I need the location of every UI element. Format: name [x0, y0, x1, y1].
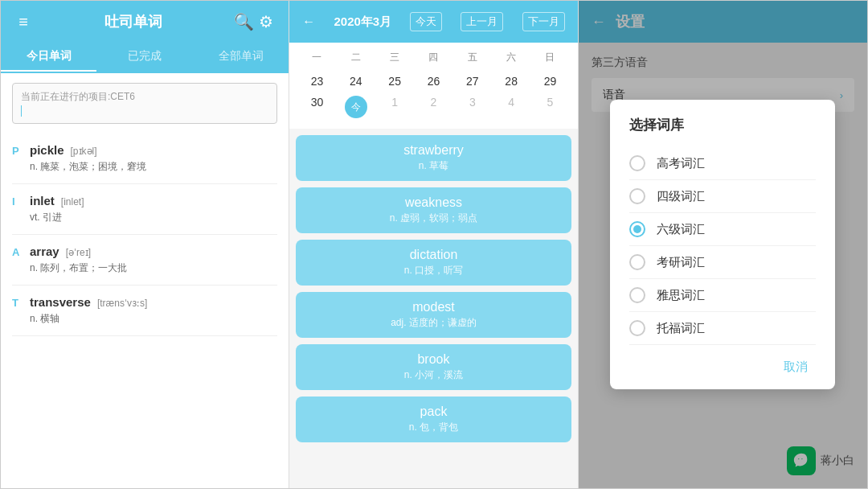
- cal-day-30[interactable]: 30: [297, 92, 336, 122]
- dialog-option-cet4[interactable]: 四级词汇: [629, 180, 816, 213]
- tab-bar: 今日单词 已完成 全部单词: [1, 43, 289, 73]
- today-circle[interactable]: 今: [345, 96, 367, 118]
- radio-toefl[interactable]: [629, 320, 645, 336]
- dialog-option-gaokao[interactable]: 高考词汇: [629, 147, 816, 180]
- prev-month-button[interactable]: 上一月: [461, 12, 503, 31]
- cal-day-3[interactable]: 3: [453, 92, 492, 122]
- calendar-month: 2020年3月: [334, 14, 391, 30]
- word-phonetic: [inlet]: [61, 196, 84, 208]
- panel-settings: ← 设置 第三方语音 语音 › 选择词库 高考词汇 四级词汇: [579, 1, 867, 488]
- word-card-cn: n. 口授，听写: [304, 264, 563, 277]
- word-def: n. 陈列，布置；一大批: [12, 261, 277, 275]
- panel-calendar: ← 2020年3月 今天 上一月 下一月 一 二 三 四 五 六 日 23 24…: [289, 1, 578, 488]
- dialog-label-cet4: 四级词汇: [657, 189, 705, 204]
- tab-today-words[interactable]: 今日单词: [1, 43, 96, 72]
- calendar-row2: 30 今 1 2 3 4 5: [297, 92, 569, 122]
- dialog-overlay[interactable]: 选择词库 高考词汇 四级词汇 六级词汇 考研词汇: [579, 1, 867, 488]
- word-card-cn: n. 包，背包: [304, 421, 563, 434]
- word-card-en: modest: [304, 300, 563, 314]
- radio-ielts[interactable]: [629, 287, 645, 303]
- cal-day-23[interactable]: 23: [297, 71, 336, 92]
- cal-day-4[interactable]: 4: [492, 92, 530, 122]
- search-box[interactable]: 当前正在进行的项目:CET6: [12, 83, 277, 124]
- word-main: transverse: [30, 295, 91, 309]
- calendar-grid: 一 二 三 四 五 六 日 23 24 25 26 27 28 29 30 今: [289, 43, 577, 129]
- word-def: n. 腌菜，泡菜；困境，窘境: [12, 160, 277, 174]
- word-card-cn: n. 小河，溪流: [304, 368, 563, 382]
- panel-vocabulary: ≡ 吐司单词 🔍 ⚙ 今日单词 已完成 全部单词 当前正在进行的项目:CET6 …: [1, 1, 289, 488]
- panel1-header: ≡ 吐司单词 🔍 ⚙: [1, 1, 289, 43]
- search-icon[interactable]: 🔍: [232, 12, 255, 31]
- cal-day-25[interactable]: 25: [375, 71, 414, 92]
- back-button[interactable]: ←: [302, 14, 315, 29]
- word-card-en: brook: [304, 352, 563, 367]
- radio-kaoyan[interactable]: [629, 254, 645, 270]
- word-card-dictation[interactable]: dictation n. 口授，听写: [296, 240, 571, 286]
- cal-day-today[interactable]: 今: [337, 92, 375, 122]
- dialog-box: 选择词库 高考词汇 四级词汇 六级词汇 考研词汇: [610, 100, 835, 389]
- dialog-label-ielts: 雅思词汇: [657, 288, 705, 303]
- cal-day-27[interactable]: 27: [453, 71, 492, 92]
- today-button[interactable]: 今天: [410, 12, 442, 31]
- weekday-fri: 五: [453, 49, 492, 66]
- word-card-en: pack: [304, 405, 563, 419]
- word-list: P pickle [pɪkəl] n. 腌菜，泡菜；困境，窘境 I inlet …: [1, 134, 289, 488]
- weekday-sat: 六: [492, 49, 530, 66]
- cal-day-1[interactable]: 1: [375, 92, 414, 122]
- dialog-option-cet6[interactable]: 六级词汇: [629, 213, 816, 246]
- settings-icon[interactable]: ⚙: [255, 12, 277, 31]
- tab-completed[interactable]: 已完成: [96, 43, 192, 72]
- cal-day-2[interactable]: 2: [414, 92, 452, 122]
- word-card-en: dictation: [304, 248, 563, 262]
- word-letter: A: [12, 246, 23, 258]
- calendar-weekdays: 一 二 三 四 五 六 日: [297, 49, 569, 66]
- dialog-label-cet6: 六级词汇: [657, 222, 705, 237]
- word-phonetic: [əˈreɪ]: [66, 247, 91, 258]
- weekday-thu: 四: [414, 49, 452, 66]
- app-title: 吐司单词: [35, 12, 232, 31]
- word-letter: I: [12, 195, 23, 208]
- cal-day-26[interactable]: 26: [414, 71, 452, 92]
- calendar-header: ← 2020年3月 今天 上一月 下一月: [289, 1, 577, 43]
- cal-day-29[interactable]: 29: [530, 71, 569, 92]
- cal-day-5[interactable]: 5: [530, 92, 569, 122]
- word-card-strawberry[interactable]: strawberry n. 草莓: [296, 135, 571, 181]
- word-card-modest[interactable]: modest adj. 适度的；谦虚的: [296, 292, 571, 338]
- word-entry-pickle: P pickle [pɪkəl] n. 腌菜，泡菜；困境，窘境: [12, 134, 277, 184]
- dialog-cancel-button[interactable]: 取消: [776, 355, 816, 380]
- dialog-actions: 取消: [629, 351, 816, 380]
- word-phonetic: [trænsˈvɜːs]: [97, 298, 147, 309]
- word-entry-transverse: T transverse [trænsˈvɜːs] n. 横轴: [12, 286, 277, 336]
- next-month-button[interactable]: 下一月: [522, 12, 565, 31]
- search-hint: 当前正在进行的项目:CET6: [21, 91, 135, 102]
- word-card-cn: n. 虚弱，软弱；弱点: [304, 212, 563, 225]
- word-card-brook[interactable]: brook n. 小河，溪流: [296, 344, 571, 390]
- dialog-title: 选择词库: [629, 116, 816, 134]
- calendar-row1: 23 24 25 26 27 28 29: [297, 71, 569, 92]
- word-phonetic: [pɪkəl]: [71, 146, 97, 157]
- radio-cet6[interactable]: [629, 221, 645, 237]
- dialog-label-gaokao: 高考词汇: [657, 156, 705, 171]
- word-letter: T: [12, 297, 23, 309]
- word-def: vt. 引进: [12, 211, 277, 224]
- cal-day-24[interactable]: 24: [337, 71, 375, 92]
- word-main: array: [30, 244, 59, 258]
- word-card-weakness[interactable]: weakness n. 虚弱，软弱；弱点: [296, 187, 571, 233]
- word-card-pack[interactable]: pack n. 包，背包: [296, 397, 571, 442]
- tab-all-words[interactable]: 全部单词: [193, 43, 289, 72]
- word-letter: P: [12, 145, 23, 157]
- dialog-label-kaoyan: 考研词汇: [657, 255, 705, 270]
- dialog-option-kaoyan[interactable]: 考研词汇: [629, 246, 816, 279]
- word-entry-inlet: I inlet [inlet] vt. 引进: [12, 184, 277, 235]
- word-card-en: strawberry: [304, 143, 563, 158]
- cursor: [21, 105, 22, 117]
- word-card-en: weakness: [304, 195, 563, 210]
- dialog-option-ielts[interactable]: 雅思词汇: [629, 279, 816, 312]
- dialog-option-toefl[interactable]: 托福词汇: [629, 312, 816, 345]
- radio-cet4[interactable]: [629, 188, 645, 204]
- menu-icon[interactable]: ≡: [12, 13, 35, 31]
- cal-day-28[interactable]: 28: [492, 71, 530, 92]
- radio-gaokao[interactable]: [629, 155, 645, 171]
- weekday-mon: 一: [297, 49, 336, 66]
- dialog-label-toefl: 托福词汇: [657, 321, 705, 336]
